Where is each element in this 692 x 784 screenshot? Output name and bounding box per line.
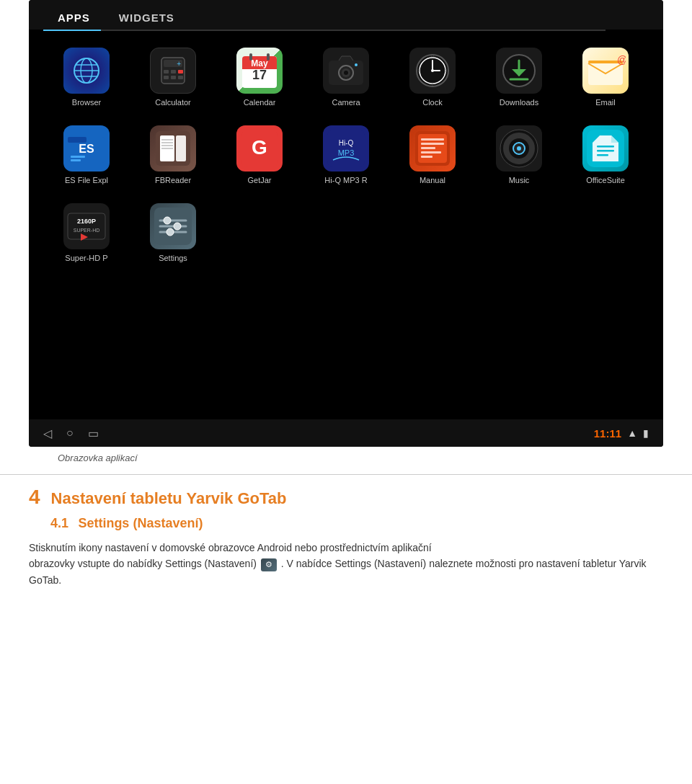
- browser-label: Browser: [72, 98, 101, 107]
- svg-rect-61: [421, 147, 435, 149]
- svg-text:12: 12: [430, 53, 435, 58]
- esfile-label: ES File Expl: [65, 176, 108, 184]
- app-browser[interactable]: Browser: [43, 42, 130, 112]
- app-superhd[interactable]: 2160P SUPER-HD Super-HD P: [43, 197, 130, 268]
- email-label: Email: [595, 98, 616, 107]
- svg-rect-63: [421, 156, 432, 158]
- svg-text:Hi-Q: Hi-Q: [339, 139, 354, 147]
- svg-rect-19: [249, 53, 252, 61]
- svg-point-83: [174, 223, 181, 230]
- battery-icon: ▮: [643, 427, 649, 439]
- svg-text:3: 3: [445, 68, 448, 73]
- svg-rect-44: [71, 159, 81, 161]
- downloads-icon: [496, 48, 542, 94]
- svg-rect-11: [164, 76, 169, 79]
- officesuite-label: OfficeSuite: [586, 176, 625, 184]
- tab-divider-active: [43, 30, 101, 31]
- email-icon: @: [582, 48, 629, 94]
- svg-point-82: [164, 217, 171, 224]
- section-divider: [0, 474, 692, 475]
- svg-rect-10: [178, 70, 183, 74]
- svg-point-25: [355, 63, 358, 66]
- app-downloads[interactable]: Downloads: [476, 42, 562, 112]
- svg-rect-59: [421, 138, 444, 141]
- manual-label: Manual: [420, 176, 445, 184]
- app-settings[interactable]: Settings: [130, 197, 216, 268]
- svg-point-24: [344, 71, 348, 75]
- nav-buttons: ◁ ○ ▭: [43, 427, 99, 440]
- svg-text:G: G: [252, 136, 267, 159]
- home-button[interactable]: ○: [66, 427, 74, 440]
- screenshot-container: APPS WIDGETS Browser: [29, 0, 663, 463]
- app-calendar[interactable]: May 17 Calendar: [216, 42, 303, 112]
- tabs-bar: APPS WIDGETS: [29, 0, 663, 30]
- app-music[interactable]: Music: [476, 120, 562, 190]
- svg-point-30: [431, 69, 434, 72]
- time-display: 11:11: [594, 427, 621, 440]
- tab-widgets[interactable]: WIDGETS: [105, 6, 189, 30]
- hiqmp3-icon: Hi-Q MP3: [323, 125, 369, 172]
- settings-icon: [150, 203, 196, 249]
- tablet-screen: APPS WIDGETS Browser: [29, 0, 663, 447]
- back-button[interactable]: ◁: [43, 427, 52, 440]
- fbreader-icon: [150, 125, 196, 172]
- body-paragraph-1: Stisknutím ikony nastavení v domovské ob…: [29, 540, 663, 588]
- svg-rect-13: [178, 76, 183, 79]
- settings-label: Settings: [159, 254, 187, 262]
- svg-point-67: [517, 146, 521, 151]
- svg-text:MP3: MP3: [338, 148, 355, 157]
- svg-rect-12: [171, 76, 176, 79]
- text-content: 4 Nastavení tabletu Yarvik GoTab 4.1 Set…: [0, 486, 692, 588]
- app-clock[interactable]: 12 3 6 9 Clock: [389, 42, 476, 112]
- tab-apps[interactable]: APPS: [43, 6, 105, 30]
- svg-text:17: 17: [252, 68, 267, 82]
- clock-label: Clock: [422, 98, 443, 107]
- svg-rect-43: [71, 156, 85, 158]
- calculator-label: Calculator: [155, 98, 191, 107]
- recents-button[interactable]: ▭: [88, 427, 99, 440]
- settings-inline-icon: [261, 558, 277, 571]
- manual-icon: [409, 125, 456, 172]
- app-calculator[interactable]: + Calculator: [130, 42, 216, 112]
- status-right: 11:11 ▲ ▮: [594, 427, 649, 440]
- svg-rect-41: [68, 137, 86, 143]
- hiqmp3-label: Hi-Q MP3 R: [324, 176, 367, 184]
- music-icon: [496, 125, 542, 172]
- section-header: 4.1 Settings (Nastavení): [50, 516, 663, 531]
- app-officesuite[interactable]: OfficeSuite: [562, 120, 649, 190]
- chapter-title: Nastavení tabletu Yarvik GoTab: [51, 489, 287, 508]
- app-camera[interactable]: Camera: [303, 42, 389, 112]
- svg-rect-20: [267, 53, 270, 61]
- app-email[interactable]: @ Email: [562, 42, 649, 112]
- superhd-icon: 2160P SUPER-HD: [63, 203, 110, 249]
- app-hiqmp3[interactable]: Hi-Q MP3 Hi-Q MP3 R: [303, 120, 389, 190]
- svg-rect-73: [597, 154, 608, 156]
- getjar-icon: G: [236, 125, 283, 172]
- downloads-label: Downloads: [500, 98, 538, 107]
- app-fbreader[interactable]: FBReader: [130, 120, 216, 190]
- svg-rect-60: [421, 143, 444, 145]
- app-getjar[interactable]: G GetJar: [216, 120, 303, 190]
- chapter-header: 4 Nastavení tabletu Yarvik GoTab: [29, 486, 663, 509]
- fbreader-label: FBReader: [155, 176, 191, 184]
- svg-text:@: @: [617, 54, 626, 66]
- svg-rect-9: [171, 70, 176, 74]
- calendar-label: Calendar: [244, 98, 276, 107]
- svg-rect-71: [597, 146, 614, 148]
- svg-text:9: 9: [418, 68, 420, 73]
- browser-icon: [63, 48, 110, 94]
- status-bar: ◁ ○ ▭ 11:11 ▲ ▮: [29, 419, 663, 447]
- camera-label: Camera: [332, 98, 360, 107]
- calculator-icon: +: [150, 48, 196, 94]
- music-label: Music: [509, 176, 530, 184]
- app-esfile[interactable]: ES ES File Expl: [43, 120, 130, 190]
- body-text-2: obrazovky vstupte do nabídky Settings (N…: [29, 558, 257, 569]
- app-manual[interactable]: Manual: [389, 120, 476, 190]
- chapter-number: 4: [29, 486, 40, 509]
- svg-rect-47: [176, 135, 186, 161]
- svg-rect-62: [421, 151, 441, 153]
- svg-text:2160P: 2160P: [77, 218, 96, 225]
- section-number: 4.1: [50, 516, 68, 530]
- body-text-1: Stisknutím ikony nastavení v domovské ob…: [29, 542, 432, 553]
- wifi-icon: ▲: [627, 427, 637, 439]
